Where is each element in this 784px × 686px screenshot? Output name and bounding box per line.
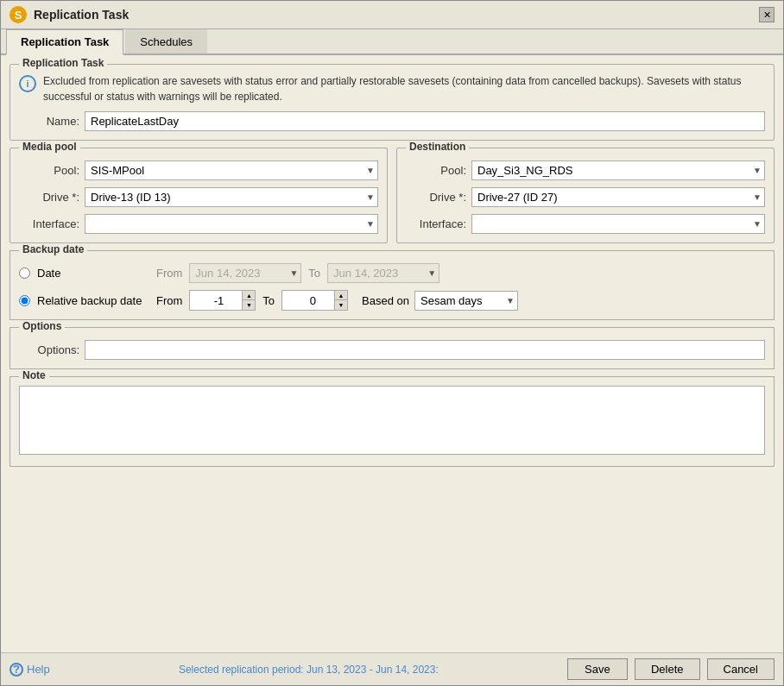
based-on-select[interactable]: Sesam days Calendar days [414,291,518,311]
destination-legend: Destination [406,141,469,153]
relative-from-down[interactable]: ▼ [243,300,255,310]
based-on-label: Based on [362,294,409,307]
date-from-select[interactable]: Jun 14, 2023 [189,263,301,283]
relative-from-input-group: ▲ ▼ [189,290,256,311]
note-legend: Note [19,369,49,381]
relative-to-input-group: ▲ ▼ [281,290,348,311]
pool-select-left[interactable]: SIS-MPool [85,160,378,180]
backup-date-legend: Backup date [19,243,87,255]
options-row: Options: [19,340,765,360]
note-textarea[interactable] [19,386,765,455]
name-row: Name: [19,111,765,131]
date-to-label: To [308,267,320,280]
note-section: Note [9,376,775,467]
media-pool-section: Media pool Pool: SIS-MPool ▼ Drive *: Dr… [9,148,388,243]
date-to-select-wrapper: Jun 14, 2023 ▼ [327,263,439,283]
drive-label-right: Drive *: [406,191,466,204]
relative-from-up[interactable]: ▲ [243,291,255,300]
relative-to-input[interactable] [282,292,334,310]
options-legend: Options [19,320,65,332]
date-radio-row: Date From Jun 14, 2023 ▼ To Jun 14, 2023… [19,263,765,283]
interface-label-right: Interface: [406,217,466,230]
footer-right: Save Delete Cancel [567,658,775,680]
dialog-body: Replication Task i Excluded from replica… [1,55,783,652]
interface-select-wrapper-left: ▼ [85,214,378,234]
name-label: Name: [19,115,79,128]
relative-to-label: To [262,294,275,307]
title-bar: S Replication Task ✕ [1,1,783,29]
relative-to-down[interactable]: ▼ [335,300,347,310]
destination-section: Destination Pool: Day_Si3_NG_RDS ▼ Drive… [396,148,775,243]
replication-task-legend: Replication Task [19,57,107,69]
help-link[interactable]: Help [27,663,50,676]
date-radio-label: Date [37,267,149,280]
info-icon: i [19,75,36,92]
interface-row-right: Interface: ▼ [406,214,765,234]
interface-row-left: Interface: ▼ [19,214,378,234]
pool-label-right: Pool: [406,164,466,177]
relative-radio-row: Relative backup date From ▲ ▼ To ▲ ▼ [19,290,765,311]
drive-select-right[interactable]: Drive-27 (ID 27) [471,187,765,207]
backup-date-section: Backup date Date From Jun 14, 2023 ▼ To … [9,250,775,320]
relative-radio-label: Relative backup date [37,294,149,307]
media-pool-legend: Media pool [19,141,80,153]
drive-select-wrapper-left: Drive-13 (ID 13) ▼ [85,187,378,207]
pool-destination-row: Media pool Pool: SIS-MPool ▼ Drive *: Dr… [9,148,775,243]
options-label: Options: [19,343,79,356]
tab-bar: Replication Task Schedules [1,29,783,55]
date-from-select-wrapper: Jun 14, 2023 ▼ [189,263,301,283]
cancel-button[interactable]: Cancel [707,658,775,680]
date-from-label: From [156,267,182,280]
pool-select-wrapper-left: SIS-MPool ▼ [85,160,378,180]
pool-row-left: Pool: SIS-MPool ▼ [19,160,378,180]
replication-task-section: Replication Task i Excluded from replica… [9,64,775,141]
info-text: Excluded from replication are savesets w… [43,73,765,104]
pool-select-wrapper-right: Day_Si3_NG_RDS ▼ [471,160,765,180]
interface-select-right[interactable] [471,214,765,234]
interface-select-left[interactable] [85,214,378,234]
tab-schedules[interactable]: Schedules [125,29,207,53]
relative-radio[interactable] [19,295,30,306]
pool-row-right: Pool: Day_Si3_NG_RDS ▼ [406,160,765,180]
relative-from-input[interactable] [190,292,242,310]
drive-row-right: Drive *: Drive-27 (ID 27) ▼ [406,187,765,207]
dialog: S Replication Task ✕ Replication Task Sc… [0,0,784,686]
delete-button[interactable]: Delete [635,658,700,680]
app-icon: S [9,6,27,23]
date-radio[interactable] [19,267,30,279]
relative-to-up[interactable]: ▲ [335,291,347,300]
options-section: Options Options: [9,327,775,369]
relative-from-spinners: ▲ ▼ [242,291,255,310]
help-icon: ? [9,663,23,677]
drive-select-wrapper-right: Drive-27 (ID 27) ▼ [471,187,765,207]
drive-label-left: Drive *: [19,191,79,204]
interface-label-left: Interface: [19,217,79,230]
close-button[interactable]: ✕ [759,7,775,22]
save-button[interactable]: Save [567,658,628,680]
dialog-footer: ? Help Selected replication period: Jun … [1,652,783,685]
based-on-select-wrapper: Sesam days Calendar days ▼ [414,291,518,311]
footer-left: ? Help [9,663,50,677]
relative-to-spinners: ▲ ▼ [334,291,347,310]
options-input[interactable] [85,340,765,360]
based-on-row: Based on Sesam days Calendar days ▼ [362,291,518,311]
date-to-select[interactable]: Jun 14, 2023 [327,263,439,283]
info-row: i Excluded from replication are savesets… [19,73,765,104]
relative-from-label: From [156,294,182,307]
pool-select-right[interactable]: Day_Si3_NG_RDS [471,160,765,180]
drive-row-left: Drive *: Drive-13 (ID 13) ▼ [19,187,378,207]
interface-select-wrapper-right: ▼ [471,214,765,234]
drive-select-left[interactable]: Drive-13 (ID 13) [85,187,378,207]
pool-label-left: Pool: [19,164,79,177]
dialog-title: Replication Task [34,8,129,22]
tab-replication-task[interactable]: Replication Task [6,29,123,55]
name-input[interactable] [85,111,765,131]
status-text: Selected replication period: Jun 13, 202… [179,664,439,676]
